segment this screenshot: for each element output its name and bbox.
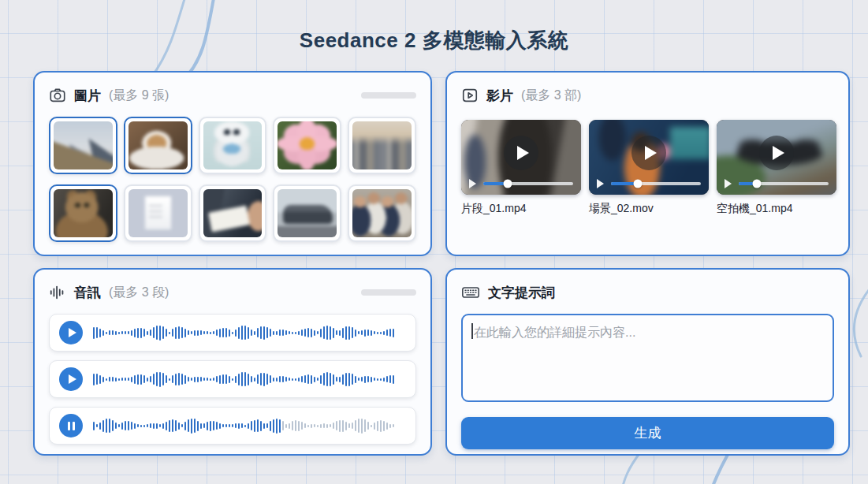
play-button[interactable] (59, 321, 83, 344)
video-filename: 片段_01.mp4 (461, 202, 581, 216)
car-photo (278, 189, 337, 237)
audio-clip-1 (49, 314, 416, 352)
video-controls (717, 176, 836, 195)
business-card-photo (203, 189, 263, 237)
video-list: 片段_01.mp4 場景_02.mov (461, 120, 834, 216)
mini-play-icon[interactable] (725, 179, 732, 188)
document-photo (129, 189, 188, 237)
image-thumb-flower[interactable] (273, 117, 341, 174)
video-filename: 場景_02.mov (589, 202, 709, 216)
audio-waveform[interactable] (93, 408, 404, 444)
video-item-drone[interactable]: 空拍機_01.mp4 (717, 120, 836, 216)
audio-panel-limit: (最多 3 段) (109, 285, 169, 301)
play-overlay-icon[interactable] (631, 136, 666, 170)
image-thumb-cat[interactable] (49, 184, 117, 242)
camera-icon (49, 87, 66, 104)
videos-panel: 影片 (最多 3 部) 片段_01.mp4 (445, 71, 850, 256)
keyboard-icon (461, 284, 480, 301)
city-photo (352, 121, 412, 169)
audio-clip-3 (49, 407, 416, 445)
video-controls (461, 176, 581, 195)
video-controls (589, 176, 709, 195)
play-overlay-icon[interactable] (504, 136, 538, 170)
generate-button[interactable]: 生成 (461, 417, 834, 449)
text-caret (471, 323, 473, 339)
prompt-panel-title: 文字提示詞 (488, 284, 555, 302)
video-item-scene[interactable]: 場景_02.mov (589, 120, 709, 216)
image-thumb-robot[interactable] (199, 117, 267, 174)
image-thumb-coffee[interactable] (124, 117, 192, 174)
page-title: Seedance 2 多模態輸入系統 (0, 27, 868, 54)
audio-panel: 音訊 (最多 3 段) (33, 268, 432, 456)
audio-waveform[interactable] (93, 361, 404, 397)
image-thumb-document[interactable] (124, 184, 192, 242)
image-thumb-car[interactable] (273, 184, 341, 242)
cat-photo (54, 189, 113, 237)
image-grid (49, 117, 416, 242)
coffee-photo (129, 121, 188, 169)
robot-photo (203, 121, 263, 169)
video-thumb-drone-aerial[interactable] (717, 120, 836, 195)
video-thumb-street-scene[interactable] (461, 120, 581, 195)
prompt-panel: 文字提示詞 生成 (445, 268, 850, 456)
prompt-textarea[interactable] (461, 314, 834, 402)
images-panel: 圖片 (最多 9 張) (33, 71, 432, 256)
audio-clip-2 (49, 360, 416, 398)
audio-waveform-icon (49, 284, 66, 301)
image-thumb-business-card[interactable] (199, 184, 267, 242)
audio-panel-header: 音訊 (最多 3 段) (49, 282, 416, 303)
mountain-photo (54, 121, 113, 169)
video-thumb-animation-scene[interactable] (589, 120, 709, 195)
pause-button[interactable] (59, 414, 83, 437)
video-icon (461, 87, 479, 104)
video-item-clip[interactable]: 片段_01.mp4 (461, 120, 581, 216)
video-filename: 空拍機_01.mp4 (717, 202, 836, 216)
audio-panel-title: 音訊 (74, 284, 101, 302)
videos-panel-title: 影片 (486, 87, 513, 105)
play-overlay-icon[interactable] (759, 136, 794, 170)
flower-photo (278, 121, 337, 169)
group-photo (352, 189, 412, 237)
video-seek-bar[interactable] (611, 182, 701, 185)
images-panel-header: 圖片 (最多 9 張) (49, 85, 416, 106)
prompt-panel-header: 文字提示詞 (461, 282, 834, 303)
images-panel-limit: (最多 9 張) (109, 87, 169, 104)
image-thumb-mountain[interactable] (49, 117, 117, 174)
image-thumb-city[interactable] (348, 117, 416, 174)
images-usage-progressbar (361, 92, 416, 99)
audio-usage-progressbar (361, 289, 416, 296)
mini-play-icon[interactable] (597, 179, 604, 188)
videos-panel-limit: (最多 3 部) (521, 87, 581, 104)
mini-play-icon[interactable] (469, 179, 476, 188)
audio-list (49, 314, 416, 445)
video-seek-bar[interactable] (739, 182, 829, 185)
images-panel-title: 圖片 (74, 87, 101, 105)
play-button[interactable] (59, 367, 83, 391)
videos-panel-header: 影片 (最多 3 部) (461, 85, 834, 106)
audio-waveform[interactable] (93, 315, 404, 351)
video-seek-bar[interactable] (483, 182, 573, 185)
image-thumb-group-photo[interactable] (348, 184, 416, 242)
